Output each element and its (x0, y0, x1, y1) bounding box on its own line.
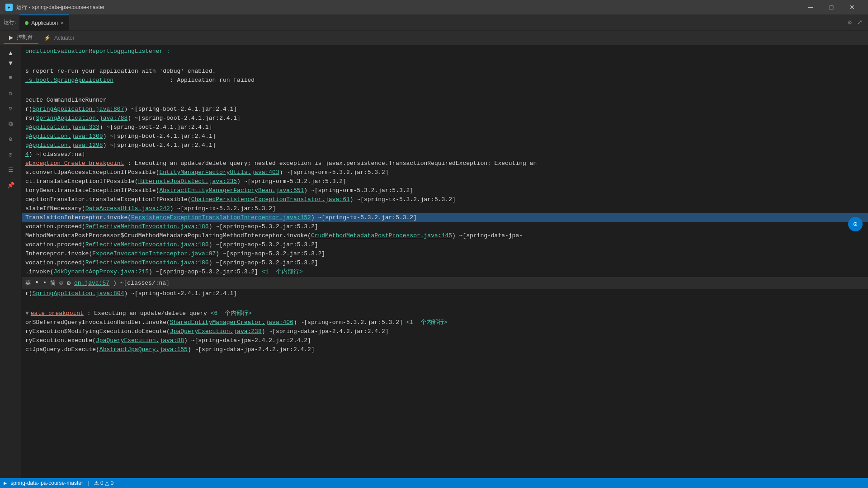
link-ReflectiveMethodInvocation-186b[interactable]: ReflectiveMethodInvocation.java:186 (85, 240, 209, 249)
exception-link[interactable]: eException (25, 159, 61, 168)
link-AbstractJpaQuery-155[interactable]: AbstractJpaQuery.java:155 (99, 345, 188, 354)
link-ChainedPersistence[interactable]: ChainedPersistenceExceptionTranslator.ja… (191, 195, 350, 204)
console-line: MethodMetadataPostProcessor$CrudMethodMe… (22, 231, 868, 240)
scroll-up-icon[interactable]: ▲ (6, 49, 15, 58)
link-JdkDynamicAopProxy[interactable]: JdkDynamicAopProxy.java:215 (53, 267, 149, 277)
filter-icon[interactable]: ▽ (4, 101, 18, 116)
lang-cn-label[interactable]: 简 (50, 279, 56, 287)
line-content: vocation.proceed( (25, 258, 85, 267)
console-line: ctJpaQuery.doExecute(AbstractJpaQuery.ja… (22, 345, 868, 354)
internal-lines-1[interactable]: <1 个内部行> (262, 267, 303, 277)
line-content: rs( (25, 114, 36, 123)
collapse-icon[interactable]: ▼ (25, 309, 29, 318)
line-content: vocation.proceed( (25, 240, 85, 249)
link-SharedEntityManagerCreator[interactable]: SharedEntityManagerCreator.java:406 (170, 318, 293, 327)
line-content: ) ~[spring-boot-2.4.1.jar:2.4.1] (103, 132, 216, 141)
link-AbstractEntityManagerFactory[interactable]: AbstractEntityManagerFactoryBean.java:55… (159, 186, 304, 195)
link-4[interactable]: 4 (25, 150, 29, 159)
line-content2: ) ~[spring-orm-5.3.2.jar:5.3.2] (293, 318, 406, 327)
bullet-separator: • (43, 279, 47, 286)
line-content2: ) ~[spring-tx-5.3.2.jar:5.3.2] (170, 204, 276, 213)
line-content2: ) ~[spring-data-jpa-2.4.2.jar:2.4.2] (188, 345, 315, 354)
console-line: ct.translateExceptionIfPossible(Hibernat… (22, 177, 868, 186)
pin-icon[interactable]: 📌 (4, 178, 18, 192)
console-line: ecute CommandLineRunner (22, 96, 868, 105)
link-ReflectiveMethodInvocation-186a[interactable]: ReflectiveMethodInvocation.java:186 (85, 222, 209, 231)
link-ReflectiveMethodInvocation-186c[interactable]: ReflectiveMethodInvocation.java:186 (85, 258, 209, 267)
line-content: ryExecution$ModifyingExecution.doExecute… (25, 327, 170, 336)
left-sidebar: ▲ ▼ ≡ ⇅ ▽ ⧉ ⚙ ◷ ☰ 📌 (0, 45, 22, 478)
line-content: or$DeferredQueryInvocationHandler.invoke… (25, 318, 170, 327)
console-line: gApplication.java:1298) ~[spring-boot-2.… (22, 141, 868, 150)
sort-icon[interactable]: ⇅ (4, 86, 18, 100)
breakpoint-btn[interactable]: Create breakpoint (61, 159, 124, 168)
tab-close-button[interactable]: × (61, 20, 64, 26)
console-line: s report re-run your application with 'd… (22, 67, 868, 76)
line-content: ) ~[classes/:na] (29, 150, 85, 159)
close-button[interactable]: ✕ (842, 0, 863, 14)
internal-lines-3[interactable]: <1 个内部行> (406, 318, 448, 327)
minimize-button[interactable]: ─ (800, 0, 821, 14)
console-line: ryExecution.execute(JpaQueryExecution.ja… (22, 336, 868, 345)
line-content2: ) ~[spring-tx-5.3.2.jar:5.3.2] (350, 195, 456, 204)
console-button[interactable]: ▶ 控制台 (4, 32, 38, 44)
line-content: slateIfNecessary( (25, 204, 85, 213)
breakpoint-btn-2[interactable]: eate breakpoint (31, 309, 84, 318)
error-line: eException Create breakpoint : Executing… (22, 159, 868, 168)
line-content: s report re-run your application with 'd… (25, 67, 216, 76)
status-branch[interactable]: spring-data-jpa-course-master (10, 480, 83, 486)
console-line: gApplication.java:333) ~[spring-boot-2.4… (22, 123, 868, 132)
console-line: s.convertJpaAccessExceptionIfPossible(En… (22, 168, 868, 177)
line-content: ryExecution.execute( (25, 336, 96, 345)
line-content2: ) ~[spring-orm-5.3.2.jar:5.3.2] (237, 177, 346, 186)
line-content2: ) ~[spring-data-jpa-2.4.2.jar:2.4.2] (262, 327, 389, 336)
line-content2: ) ~[spring-boot-2.4.1.jar:2.4.1] (127, 114, 241, 123)
blue-circle-button[interactable]: ⊙ (848, 217, 863, 231)
console-line: ryExecution$ModifyingExecution.doExecute… (22, 327, 868, 336)
line-content: ) ~[spring-boot-2.4.1.jar:2.4.1] (99, 123, 212, 132)
settings-icon[interactable]: ⚙ (846, 17, 854, 28)
link-DataAccessUtils[interactable]: DataAccessUtils.java:242 (85, 204, 170, 213)
list-icon[interactable]: ☰ (4, 163, 18, 177)
line-content2: ) ~[spring-data-jpa- (452, 231, 523, 240)
application-tab[interactable]: Application × (19, 14, 69, 31)
link-JpaQueryExecution-238[interactable]: JpaQueryExecution.java:238 (170, 327, 262, 336)
history-icon[interactable]: ◷ (4, 147, 18, 162)
link-SpringApplication-804[interactable]: SpringApplication.java:804 (33, 289, 124, 298)
console-line: r(SpringApplication.java:804) ~[spring-b… (22, 289, 868, 298)
loading-indicator: • (34, 278, 39, 287)
link-CrudMethodMetadata[interactable]: CrudMethodMetadataPostProcessor.java:145 (311, 231, 452, 240)
link-SpringApplication-807[interactable]: SpringApplication.java:807 (33, 105, 124, 114)
link-ExposeInvocation[interactable]: ExposeInvocationInterceptor.java:97 (92, 249, 216, 258)
spring-app-link[interactable]: .s.boot.SpringApplication (25, 76, 113, 85)
expand-icon[interactable]: ⤢ (855, 17, 864, 28)
line-content: s.convertJpaAccessExceptionIfPossible( (25, 168, 159, 177)
link-gApp-1309[interactable]: gApplication.java:1309 (25, 132, 103, 141)
settings-side-icon[interactable]: ⚙ (4, 132, 18, 146)
link-PersistenceExceptionTranslation[interactable]: PersistenceExceptionTranslationIntercept… (131, 213, 311, 222)
scroll-down-icon[interactable]: ▼ (6, 59, 15, 68)
run-bar: 运行: Application × ⚙ ⤢ (0, 14, 868, 31)
wrap-lines-icon[interactable]: ≡ (4, 70, 18, 85)
smile-icon[interactable]: ☺ (59, 279, 63, 286)
console-icon: ▶ (9, 34, 13, 41)
settings-status-icon[interactable]: ⚙ (67, 279, 71, 287)
link-SpringApplication-788[interactable]: SpringApplication.java:788 (36, 114, 127, 123)
link-JpaQueryExecution-88[interactable]: JpaQueryExecution.java:88 (96, 336, 184, 345)
lang-en-label[interactable]: 英 (25, 279, 31, 287)
link-gApp-1298[interactable]: gApplication.java:1298 (25, 141, 103, 150)
link-EntityManagerFactoryUtils[interactable]: EntityManagerFactoryUtils.java:403 (159, 168, 279, 177)
link-gApp-333[interactable]: gApplication.java:333 (25, 123, 99, 132)
internal-lines-2[interactable]: <6 个内部行> (211, 309, 252, 318)
maximize-button[interactable]: □ (821, 0, 842, 14)
line-content2: ) ~[spring-orm-5.3.2.jar:5.3.2] (279, 168, 389, 177)
copy-icon[interactable]: ⧉ (4, 117, 18, 131)
main-layout: ▲ ▼ ≡ ⇅ ▽ ⧉ ⚙ ◷ ☰ 📌 onditionEvaluationRe… (0, 45, 868, 478)
line-content2: ) ~[spring-aop-5.3.2.jar:5.3.2] (209, 222, 318, 231)
on-java-link[interactable]: on.java:57 (74, 280, 109, 286)
line-content-after-status: ) ~[classes/:na] (113, 280, 170, 286)
line-content: ctJpaQuery.doExecute( (25, 345, 99, 354)
status-warnings[interactable]: ⚠ 0 △ 0 (94, 480, 113, 486)
link-HibernateJpaDialect[interactable]: HibernateJpaDialect.java:235 (138, 177, 237, 186)
actuator-button[interactable]: ⚡ Actuator (38, 33, 80, 43)
